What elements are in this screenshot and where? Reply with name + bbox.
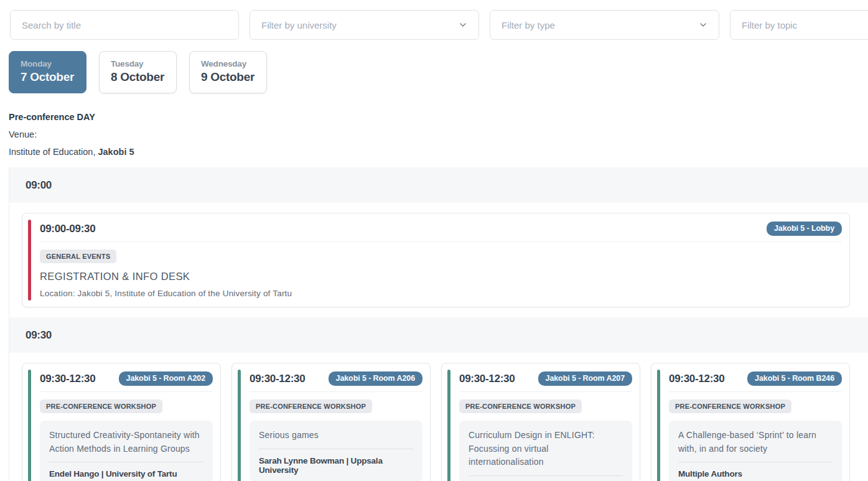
day-info: Pre-conference DAY Venue: Institute of E… (0, 93, 868, 161)
divider (469, 475, 623, 476)
event-room-badge: Jakobi 5 - Lobby (767, 222, 842, 236)
event-time: 09:00-09:30 (40, 223, 95, 235)
time-band-label: 09:30 (26, 329, 52, 342)
event-time: 09:30-12:30 (669, 373, 724, 385)
divider (678, 462, 833, 462)
venue-label: Venue: (9, 126, 868, 143)
venue-prefix: Institute of Education, (9, 147, 98, 157)
event-card-header: 09:30-12:30 Jakobi 5 - Room A202 (40, 371, 213, 386)
chevron-down-icon (459, 21, 467, 29)
topic-field-wrap (730, 10, 868, 40)
event-author: Endel Hango | University of Tartu (49, 469, 203, 479)
day-tab-date: 8 October (111, 70, 165, 84)
day-info-title: Pre-conference DAY (9, 108, 868, 126)
day-tab[interactable]: Wednesday 9 October (189, 51, 267, 93)
event-time: 09:30-12:30 (250, 373, 305, 385)
type-filter-placeholder: Filter by type (502, 20, 555, 30)
event-type-tag: PRE-CONFERENCE WORKSHOP (40, 399, 162, 413)
divider (40, 391, 213, 392)
event-room-badge: Jakobi 5 - Room A207 (538, 371, 632, 386)
event-detail-panel: Serious games Sarah Lynne Bowman | Uppsa… (250, 421, 422, 481)
day-tab-day: Tuesday (111, 59, 165, 68)
event-type-tag: PRE-CONFERENCE WORKSHOP (459, 399, 582, 413)
event-type-row: PRE-CONFERENCE WORKSHOP (669, 399, 842, 413)
event-title: Serious games (259, 429, 413, 442)
event-title: Curriculum Design in ENLIGHT: Focussing … (469, 429, 623, 469)
event-time: 09:30-12:30 (459, 373, 515, 385)
day-tab-date: 9 October (201, 70, 255, 84)
event-detail-panel: Structured Creativity-Spontaneity with A… (40, 421, 213, 481)
event-type-row: PRE-CONFERENCE WORKSHOP (459, 399, 632, 413)
event-detail-panel: Curriculum Design in ENLIGHT: Focussing … (459, 421, 632, 481)
filters-bar: Filter by university Filter by type (0, 0, 868, 40)
divider (669, 391, 842, 392)
event-accent-bar (447, 370, 450, 481)
divider (49, 462, 203, 462)
day-tabs: Monday 7 October Tuesday 8 October Wedne… (0, 40, 868, 93)
event-card-header: 09:30-12:30 Jakobi 5 - Room A206 (250, 371, 422, 386)
events-row: 09:30-12:30 Jakobi 5 - Room A202 PRE-CON… (9, 353, 868, 481)
event-card[interactable]: 09:30-12:30 Jakobi 5 - Room B246 PRE-CON… (651, 363, 850, 481)
chevron-down-icon (699, 21, 707, 29)
event-card-header: 09:30-12:30 Jakobi 5 - Room A207 (459, 371, 632, 386)
event-type-tag: PRE-CONFERENCE WORKSHOP (669, 399, 791, 413)
event-card[interactable]: 09:30-12:30 Jakobi 5 - Room A202 PRE-CON… (22, 363, 221, 481)
time-band-label: 09:00 (26, 179, 52, 192)
event-type-tag: GENERAL EVENTS (40, 250, 116, 263)
event-author: Multiple Authors (678, 469, 833, 479)
time-band: 09:30 (9, 317, 868, 353)
event-card-header: 09:00-09:30 Jakobi 5 - Lobby (40, 222, 842, 236)
event-location: Location: Jakobi 5, Institute of Educati… (40, 289, 842, 298)
day-tab-day: Monday (21, 59, 75, 68)
venue-building: Jakobi 5 (98, 147, 134, 157)
event-title: Structured Creativity-Spontaneity with A… (49, 429, 203, 455)
search-field-wrap (10, 10, 239, 40)
event-type-row: PRE-CONFERENCE WORKSHOP (250, 399, 422, 413)
topic-filter-input[interactable] (742, 20, 868, 30)
event-author: Sarah Lynne Bowman | Uppsala University (259, 456, 413, 475)
university-filter-select[interactable]: Filter by university (250, 10, 479, 40)
event-card[interactable]: 09:30-12:30 Jakobi 5 - Room A207 PRE-CON… (441, 363, 640, 481)
event-type-row: PRE-CONFERENCE WORKSHOP (40, 399, 213, 413)
event-title: REGISTRATION & INFO DESK (40, 271, 842, 283)
event-room-badge: Jakobi 5 - Room A206 (329, 371, 422, 386)
event-accent-bar (238, 370, 241, 481)
day-tab[interactable]: Tuesday 8 October (99, 51, 177, 93)
event-detail-panel: A Challenge-based ‘Sprint’ to learn with… (669, 421, 842, 481)
divider (259, 449, 413, 449)
search-input[interactable] (22, 20, 227, 30)
divider (459, 391, 632, 392)
day-tab-date: 7 October (21, 70, 75, 84)
event-card[interactable]: 09:00-09:30 Jakobi 5 - Lobby GENERAL EVE… (22, 213, 850, 307)
timeline: 09:00 09:00-09:30 Jakobi 5 - Lobby GENER… (9, 167, 868, 481)
event-type-tag: PRE-CONFERENCE WORKSHOP (250, 399, 372, 413)
events-row: 09:00-09:30 Jakobi 5 - Lobby GENERAL EVE… (9, 203, 868, 317)
venue-line: Institute of Education, Jakobi 5 (9, 143, 868, 161)
day-tab[interactable]: Monday 7 October (9, 51, 86, 93)
time-band: 09:00 (9, 167, 868, 203)
divider (40, 241, 842, 242)
type-filter-select[interactable]: Filter by type (490, 10, 719, 40)
event-room-badge: Jakobi 5 - Room B246 (747, 371, 842, 386)
divider (250, 391, 422, 392)
event-card-header: 09:30-12:30 Jakobi 5 - Room B246 (669, 371, 842, 386)
day-tab-day: Wednesday (201, 59, 255, 68)
event-room-badge: Jakobi 5 - Room A202 (119, 371, 213, 386)
event-time: 09:30-12:30 (40, 373, 95, 385)
event-card[interactable]: 09:30-12:30 Jakobi 5 - Room A206 PRE-CON… (231, 363, 431, 481)
event-accent-bar (28, 220, 31, 301)
event-title: A Challenge-based ‘Sprint’ to learn with… (678, 429, 833, 455)
event-accent-bar (657, 370, 660, 481)
event-accent-bar (28, 370, 31, 481)
university-filter-placeholder: Filter by university (261, 20, 337, 30)
